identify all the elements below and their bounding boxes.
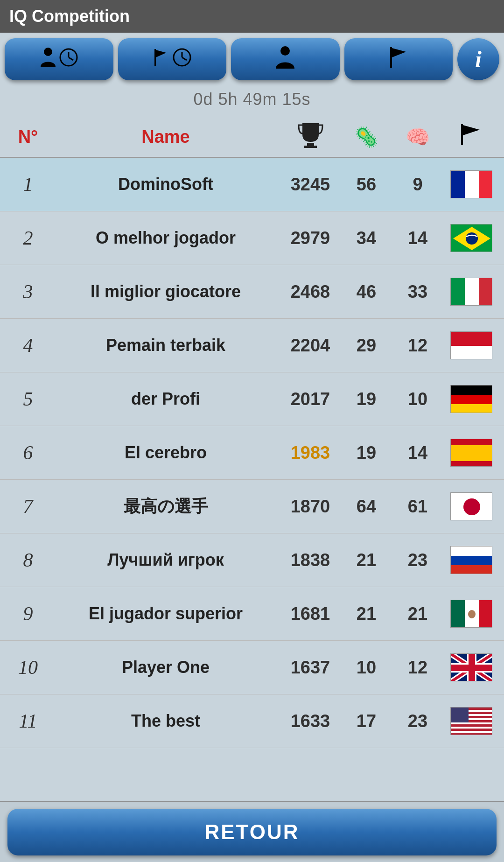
table-row: 10 Player One 1637 10 12 — [0, 641, 504, 694]
svg-rect-44 — [307, 143, 314, 146]
row-val1: 46 — [341, 282, 392, 302]
svg-point-42 — [280, 46, 290, 56]
row-name: O melhor jogador — [51, 228, 280, 248]
row-rank: 1 — [5, 173, 51, 196]
row-val2: 23 — [392, 711, 443, 731]
header-brain1: 🦠 — [341, 126, 392, 148]
svg-rect-55 — [479, 278, 492, 306]
svg-rect-90 — [451, 729, 492, 731]
clock-icon — [59, 48, 78, 71]
row-flag — [443, 600, 499, 628]
flag-time-button[interactable] — [118, 38, 227, 80]
row-rank: 5 — [5, 388, 51, 410]
player-button[interactable] — [231, 38, 340, 80]
flag-image — [450, 439, 492, 467]
flag-image — [450, 546, 492, 574]
flag-button[interactable] — [344, 38, 453, 80]
info-icon: i — [475, 46, 482, 73]
svg-rect-53 — [451, 278, 465, 306]
retour-label: RETOUR — [205, 820, 300, 843]
row-name: der Profi — [51, 389, 280, 409]
row-flag — [443, 224, 499, 252]
svg-point-52 — [466, 232, 478, 245]
svg-point-34 — [44, 48, 52, 56]
row-score: 2468 — [280, 282, 341, 302]
svg-rect-58 — [451, 385, 492, 395]
table-row: 2 O melhor jogador 2979 34 14 — [0, 211, 504, 265]
table-row: 1 DominoSoft 3245 56 9 — [0, 158, 504, 211]
flag-clock-icon — [153, 48, 170, 71]
row-name: The best — [51, 711, 280, 731]
svg-rect-38 — [154, 49, 156, 66]
flag-image — [450, 600, 492, 628]
row-name: Лучший игрок — [51, 550, 280, 570]
row-flag — [443, 653, 499, 681]
row-flag — [443, 492, 499, 520]
flag2-icon — [388, 46, 409, 73]
svg-rect-89 — [451, 724, 492, 727]
row-score: 1870 — [280, 497, 341, 517]
row-val2: 14 — [392, 443, 443, 463]
row-val1: 34 — [341, 228, 392, 248]
row-score: 3245 — [280, 175, 341, 195]
row-name: DominoSoft — [51, 175, 280, 194]
svg-rect-70 — [451, 565, 492, 574]
row-val1: 19 — [341, 443, 392, 463]
svg-rect-59 — [451, 395, 492, 404]
retour-button[interactable]: RETOUR — [7, 809, 497, 855]
flag-image — [450, 385, 492, 413]
row-score: 2017 — [280, 389, 341, 409]
svg-rect-43 — [390, 47, 392, 68]
row-rank: 11 — [5, 710, 51, 732]
row-name: Pemain terbaik — [51, 336, 280, 355]
row-rank: 4 — [5, 334, 51, 357]
svg-rect-60 — [451, 404, 492, 413]
row-val1: 21 — [341, 550, 392, 570]
header-brain2: 🧠 — [392, 126, 443, 148]
svg-rect-47 — [451, 171, 465, 198]
row-score: 1637 — [280, 658, 341, 678]
row-flag — [443, 546, 499, 574]
row-score: 1681 — [280, 604, 341, 624]
table-row: 9 El jugador superior 1681 21 21 — [0, 587, 504, 641]
row-rank: 7 — [5, 495, 51, 518]
svg-rect-45 — [304, 146, 317, 148]
table-row: 3 Il miglior giocatore 2468 46 33 — [0, 265, 504, 319]
svg-rect-49 — [479, 171, 492, 198]
row-val1: 17 — [341, 711, 392, 731]
flag-image — [450, 492, 492, 520]
svg-rect-63 — [451, 445, 492, 461]
retour-bar: RETOUR — [0, 801, 504, 862]
svg-rect-83 — [451, 665, 492, 671]
row-name: Player One — [51, 658, 280, 677]
row-val1: 56 — [341, 175, 392, 195]
svg-rect-54 — [465, 278, 479, 306]
toolbar: i — [0, 33, 504, 86]
flag-image — [450, 707, 492, 735]
header-num: N° — [5, 127, 51, 147]
flag-image — [450, 331, 492, 359]
row-flag — [443, 707, 499, 735]
row-val1: 19 — [341, 389, 392, 409]
clock-icon2 — [173, 48, 191, 71]
svg-rect-46 — [461, 124, 463, 145]
row-rank: 3 — [5, 280, 51, 303]
row-flag — [443, 278, 499, 306]
table-row: 4 Pemain terbaik 2204 29 12 — [0, 319, 504, 372]
svg-rect-56 — [451, 332, 492, 346]
row-score: 1983 — [280, 443, 341, 463]
row-score: 2204 — [280, 336, 341, 356]
svg-point-74 — [468, 610, 476, 618]
info-button[interactable]: i — [457, 38, 499, 80]
row-score: 1838 — [280, 550, 341, 570]
row-val2: 12 — [392, 658, 443, 678]
row-val1: 10 — [341, 658, 392, 678]
player-time-button[interactable] — [5, 38, 113, 80]
row-val2: 12 — [392, 336, 443, 356]
header-flag — [443, 123, 499, 150]
table-row: 6 El cerebro 1983 19 14 — [0, 426, 504, 480]
row-val2: 10 — [392, 389, 443, 409]
flag-image — [450, 224, 492, 252]
row-name: El jugador superior — [51, 604, 280, 624]
row-flag — [443, 385, 499, 413]
